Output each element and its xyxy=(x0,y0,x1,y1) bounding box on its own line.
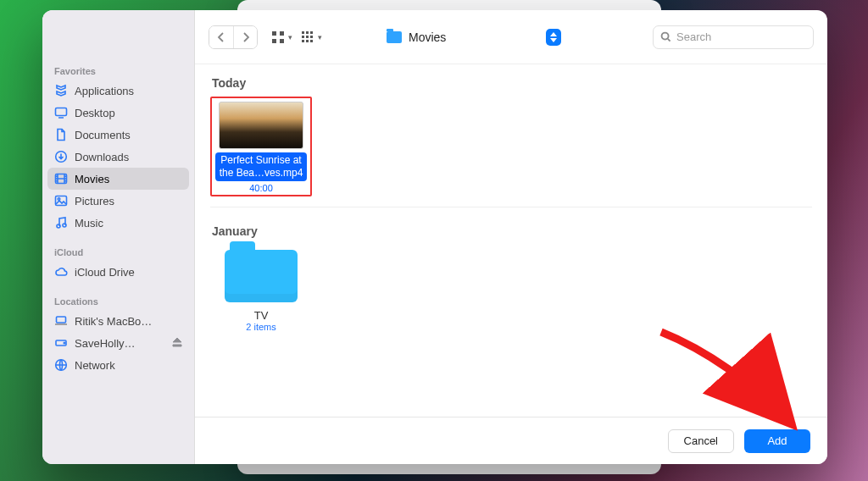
sidebar-item-label: Pictures xyxy=(75,195,114,207)
sidebar-item-downloads[interactable]: Downloads xyxy=(47,146,189,168)
svg-rect-3 xyxy=(56,196,67,206)
group-by-button[interactable]: ▾ xyxy=(301,25,322,49)
path-popup[interactable]: Movies xyxy=(381,25,568,49)
sidebar-item-documents[interactable]: Documents xyxy=(47,124,189,146)
eject-icon[interactable] xyxy=(172,337,182,350)
sidebar-item-network[interactable]: Network xyxy=(47,354,189,376)
sidebar-item-label: iCloud Drive xyxy=(75,266,135,279)
main-area: ▾ ▾ Movies Search Today xyxy=(195,10,827,464)
sidebar-item-label: Desktop xyxy=(75,107,115,119)
svg-point-6 xyxy=(63,224,66,227)
disk-icon xyxy=(54,336,68,350)
sidebar-item-label: Movies xyxy=(75,173,109,185)
forward-button[interactable] xyxy=(233,26,257,48)
apps-icon xyxy=(54,84,68,97)
svg-point-24 xyxy=(662,33,669,40)
group-row: Perfect Sunrise at the Bea…ves.mp4 40:00 xyxy=(210,97,812,207)
file-browser[interactable]: Today Perfect Sunrise at the Bea…ves.mp4… xyxy=(195,64,827,464)
svg-rect-14 xyxy=(280,39,284,43)
folder-icon xyxy=(225,250,298,302)
sidebar-section-icloud: iCloud xyxy=(42,242,194,261)
sidebar: Favorites Applications Desktop Documents… xyxy=(42,10,195,464)
sidebar-item-external-disk[interactable]: SaveHolly… xyxy=(47,332,189,354)
nav-buttons xyxy=(209,25,258,49)
svg-point-9 xyxy=(64,342,65,344)
sidebar-section-locations: Locations xyxy=(42,291,194,310)
svg-rect-17 xyxy=(310,31,313,34)
back-button[interactable] xyxy=(209,26,233,48)
search-placeholder: Search xyxy=(676,30,711,43)
group-row: TV 2 items xyxy=(210,245,812,342)
picture-icon xyxy=(54,194,68,207)
svg-rect-20 xyxy=(310,36,313,38)
folder-item[interactable]: TV 2 items xyxy=(210,245,312,332)
sidebar-item-music[interactable]: Music xyxy=(47,212,189,234)
svg-rect-0 xyxy=(56,108,67,116)
globe-icon xyxy=(54,358,68,372)
sidebar-item-label: Applications xyxy=(75,85,134,97)
sidebar-item-label: Network xyxy=(75,359,115,372)
add-button[interactable]: Add xyxy=(744,429,810,453)
sidebar-item-label: Downloads xyxy=(75,151,129,163)
toolbar: ▾ ▾ Movies Search xyxy=(195,10,827,64)
search-input[interactable]: Search xyxy=(653,25,814,49)
svg-rect-7 xyxy=(57,317,66,323)
download-icon xyxy=(54,150,68,163)
svg-rect-11 xyxy=(272,31,276,36)
svg-point-5 xyxy=(57,224,60,228)
file-meta: 40:00 xyxy=(249,183,273,193)
sidebar-item-macbook[interactable]: Ritik's MacBo… xyxy=(47,310,189,332)
video-thumbnail xyxy=(219,102,303,149)
sidebar-item-desktop[interactable]: Desktop xyxy=(47,102,189,124)
file-name: Perfect Sunrise at the Bea…ves.mp4 xyxy=(215,152,307,181)
sidebar-item-pictures[interactable]: Pictures xyxy=(47,190,189,212)
sidebar-section-favorites: Favorites xyxy=(42,61,194,80)
svg-rect-23 xyxy=(310,40,313,42)
sidebar-item-applications[interactable]: Applications xyxy=(47,80,189,102)
cloud-icon xyxy=(54,265,68,279)
sidebar-item-label: Music xyxy=(75,217,103,229)
svg-rect-13 xyxy=(272,39,276,43)
svg-rect-15 xyxy=(302,31,304,34)
view-mode-button[interactable]: ▾ xyxy=(271,25,292,49)
svg-rect-19 xyxy=(306,36,309,38)
document-icon xyxy=(54,128,68,141)
svg-rect-22 xyxy=(306,40,309,42)
music-icon xyxy=(54,216,68,229)
svg-rect-21 xyxy=(302,40,304,42)
sidebar-item-label: SaveHolly… xyxy=(75,337,136,350)
folder-meta: 2 items xyxy=(246,322,275,332)
desktop-icon xyxy=(54,106,68,119)
group-header: January xyxy=(210,221,812,245)
svg-rect-12 xyxy=(280,31,284,36)
cancel-button[interactable]: Cancel xyxy=(668,429,734,453)
sidebar-item-label: Documents xyxy=(75,129,131,141)
chevron-down-icon: ▾ xyxy=(288,33,292,41)
sidebar-item-movies[interactable]: Movies xyxy=(47,168,189,190)
search-icon xyxy=(660,31,671,42)
chevron-down-icon: ▾ xyxy=(318,33,322,41)
laptop-icon xyxy=(54,314,68,328)
footer: Cancel Add xyxy=(195,417,827,464)
svg-rect-16 xyxy=(306,31,309,34)
folder-name: TV xyxy=(254,309,269,322)
svg-rect-18 xyxy=(302,36,304,38)
folder-icon xyxy=(387,31,402,43)
open-panel: Favorites Applications Desktop Documents… xyxy=(42,10,827,464)
path-label: Movies xyxy=(409,30,446,44)
movie-icon xyxy=(54,172,68,185)
svg-point-4 xyxy=(58,198,60,201)
sidebar-item-label: Ritik's MacBo… xyxy=(75,315,152,328)
updown-arrows-icon xyxy=(546,29,561,46)
group-header: Today xyxy=(210,73,812,97)
sidebar-item-icloud-drive[interactable]: iCloud Drive xyxy=(47,261,189,283)
file-item[interactable]: Perfect Sunrise at the Bea…ves.mp4 40:00 xyxy=(210,97,312,196)
